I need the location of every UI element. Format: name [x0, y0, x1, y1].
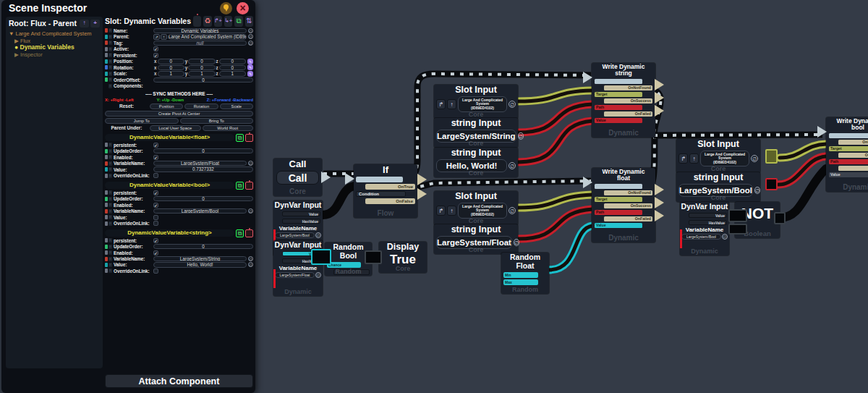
- path-input[interactable]: Path: [829, 159, 868, 164]
- wire-float-randomfloat-to-writefloat-value[interactable]: [548, 226, 592, 270]
- protoflux-canvas[interactable]: Call Call Core If OnTrue Condition OnFal…: [0, 0, 868, 393]
- onfailed-output[interactable]: OnFailed: [838, 166, 868, 171]
- wire-bool-dynvar-to-if-condition[interactable]: [323, 186, 354, 215]
- variablename-input[interactable]: LargeSystem/Float: [275, 272, 315, 278]
- field-checkbox[interactable]: ✓: [153, 143, 158, 148]
- node-random-float[interactable]: Random Float Min Max Random: [501, 253, 549, 294]
- connector-bool[interactable]: [365, 250, 382, 264]
- null-button[interactable]: ∅: [248, 256, 253, 261]
- delete-component-icon[interactable]: [245, 134, 253, 142]
- parent-reference-input[interactable]: Large And Complicated System (ID89ED4102…: [168, 34, 247, 40]
- slot-reference[interactable]: Large And Complicated System(ID89ED4102): [700, 151, 749, 167]
- wire-slot-to-writestring-target[interactable]: [518, 90, 592, 101]
- node-string-input-float[interactable]: string Input LargeSystem/Float∅ Core: [434, 224, 518, 254]
- reset-scale-button[interactable]: Scale: [220, 103, 253, 109]
- insert-parent-icon[interactable]: ↱+: [214, 16, 222, 27]
- vector-x-input[interactable]: 0: [158, 65, 184, 71]
- node-string-input-hello[interactable]: string Input Hello, World!∅ Core: [434, 148, 518, 177]
- parent-local-user-space-button[interactable]: Local User Space: [150, 125, 201, 131]
- exec-input-bar[interactable]: [829, 133, 868, 138]
- edit-vector-icon[interactable]: ✎: [247, 64, 253, 70]
- value-output[interactable]: Value: [282, 211, 320, 216]
- field-checkbox[interactable]: [153, 173, 158, 178]
- field-value-input[interactable]: 0: [153, 148, 253, 154]
- wire-exec-if-onfalse[interactable]: [402, 181, 591, 191]
- node-display[interactable]: Display True Core: [379, 242, 427, 273]
- field-value-input[interactable]: 0.7327332: [153, 166, 253, 172]
- null-button[interactable]: ∅: [722, 234, 728, 240]
- field-checkbox[interactable]: ✓: [153, 190, 158, 195]
- bring-to-button[interactable]: Bring To: [180, 118, 254, 124]
- node-if[interactable]: If OnTrue Condition OnFalse Flow: [354, 164, 417, 218]
- jump-to-slot-button[interactable]: ↱: [436, 206, 446, 216]
- connector-bool[interactable]: [728, 224, 747, 234]
- null-button[interactable]: ∅: [248, 41, 253, 46]
- jump-to-button[interactable]: Jump To: [105, 118, 179, 124]
- field-value-input[interactable]: 0: [153, 77, 253, 83]
- split-slot-icon[interactable]: ⇅: [245, 16, 253, 27]
- vector-z-input[interactable]: 0: [219, 65, 246, 71]
- node-string-input-bool[interactable]: string Input LargeSystem/Bool∅ Core: [676, 172, 760, 202]
- move-root-up-icon[interactable]: ↑: [80, 20, 89, 28]
- node-write-dynamic-bool[interactable]: Write Dynamicbool OnNotFound Target OnSu…: [826, 117, 868, 192]
- parent-slot-button[interactable]: ↑: [447, 99, 456, 109]
- hasvalue-output[interactable]: HasValue: [282, 219, 320, 224]
- target-input[interactable]: Target: [595, 197, 642, 202]
- null-button[interactable]: ∅: [754, 187, 760, 194]
- parent-world-root-button[interactable]: World Root: [203, 125, 254, 131]
- onfalse-output[interactable]: OnFalse: [365, 198, 415, 204]
- null-button[interactable]: ∅: [248, 262, 253, 267]
- onsuccess-output[interactable]: OnSuccess: [838, 153, 868, 158]
- connector-slot[interactable]: [765, 149, 778, 164]
- value-input[interactable]: Value: [595, 223, 642, 228]
- null-button[interactable]: ∅: [509, 207, 516, 214]
- onfailed-output[interactable]: OnFailed: [604, 111, 652, 117]
- chance-input[interactable]: Chance: [327, 262, 361, 268]
- parent-jump-button[interactable]: ↗: [153, 34, 160, 40]
- field-value-input[interactable]: LargeSystem/String: [153, 256, 247, 262]
- add-child-slot-icon[interactable]: ↳+: [224, 16, 232, 27]
- vector-y-input[interactable]: 1: [188, 71, 215, 77]
- variablename-input[interactable]: LargeSystem/Bool: [275, 232, 315, 238]
- max-input[interactable]: Max: [503, 279, 538, 285]
- wire-exec-to-writebool[interactable]: [654, 135, 822, 135]
- ontrue-output[interactable]: OnTrue: [365, 184, 415, 190]
- null-button[interactable]: ∅: [315, 272, 321, 278]
- duplicate-component-icon[interactable]: ⧉: [236, 182, 244, 190]
- pin-icon[interactable]: [220, 2, 232, 14]
- scene-inspector-window[interactable]: Scene Inspector × Root: Flux - Parent ↑ …: [1, 0, 255, 393]
- close-icon[interactable]: ×: [237, 2, 249, 14]
- field-value-input[interactable]: 0: [153, 244, 253, 250]
- field-value-input[interactable]: null: [153, 41, 247, 46]
- vector-y-input[interactable]: 0: [188, 65, 215, 71]
- exec-input-bar[interactable]: [356, 177, 403, 182]
- field-checkbox[interactable]: [153, 221, 158, 226]
- field-checkbox[interactable]: [153, 269, 158, 274]
- value-input[interactable]: Value: [595, 118, 642, 123]
- destroy-recycle-icon[interactable]: ♻: [203, 16, 211, 27]
- null-button[interactable]: ∅: [509, 162, 516, 169]
- delete-component-icon[interactable]: [245, 182, 253, 190]
- null-button[interactable]: ∅: [518, 132, 524, 140]
- add-root-icon[interactable]: +: [90, 20, 100, 28]
- duplicate-component-icon[interactable]: ⧉: [236, 229, 244, 237]
- value-output[interactable]: Value: [689, 213, 727, 218]
- node-dynvar-input-bool-2[interactable]: DynVar Input Value HasValue VariableName…: [680, 202, 729, 255]
- onnotfound-output[interactable]: OnNotFound: [604, 85, 652, 90]
- connector-bool[interactable]: [728, 209, 747, 222]
- field-checkbox[interactable]: ✓: [153, 203, 158, 208]
- duplicate-slot-icon[interactable]: ⧉: [234, 16, 242, 27]
- tree-item-inspector[interactable]: ▶ Inspector: [9, 51, 100, 59]
- path-input[interactable]: Path: [595, 105, 642, 110]
- target-input[interactable]: Target: [595, 92, 642, 97]
- exec-input-bar[interactable]: [595, 184, 642, 189]
- field-value-input[interactable]: Dynamic Variables: [153, 28, 247, 34]
- hasvalue-output[interactable]: HasValue: [689, 220, 727, 225]
- field-checkbox[interactable]: ✓: [153, 250, 158, 255]
- jump-to-slot-button[interactable]: ↱: [436, 99, 446, 109]
- exec-input-bar[interactable]: [595, 79, 642, 84]
- slot-reference[interactable]: Large And Complicated System(ID89ED4102): [458, 96, 507, 113]
- tree-item-large-and-complicated-system[interactable]: ▼ Large And Complicated System: [9, 30, 100, 38]
- attach-component-button[interactable]: Attach Component: [105, 374, 253, 388]
- wire-string-path-writestring[interactable]: [518, 104, 592, 132]
